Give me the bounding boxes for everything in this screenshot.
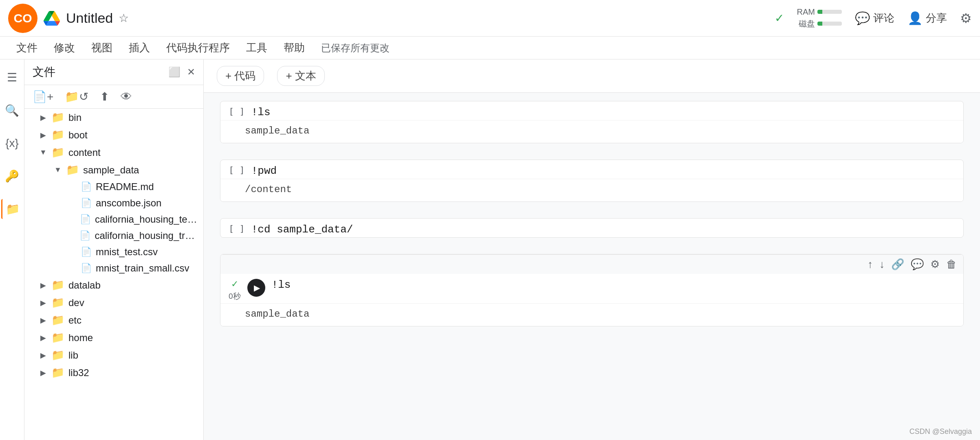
cell-4-link-icon[interactable]: 🔗 — [891, 258, 904, 271]
cell-3-code[interactable]: !cd sample_data/ — [251, 223, 353, 236]
search-icon[interactable]: 🔍 — [2, 101, 22, 120]
tree-item-readme[interactable]: 📄 README.md — [24, 179, 203, 195]
tree-arrow-boot: ▶ — [39, 131, 47, 140]
variable-icon[interactable]: {x} — [2, 134, 22, 153]
file-ca-test-icon: 📄 — [80, 214, 91, 225]
menu-item-file[interactable]: 文件 — [10, 38, 44, 57]
tree-item-mnist-train[interactable]: 📄 mnist_train_small.csv — [24, 260, 203, 276]
tree-item-etc[interactable]: ▶ 📁 etc — [24, 311, 203, 329]
menu-bar: 文件 修改 视图 插入 代码执行程序 工具 帮助 已保存所有更改 — [0, 37, 980, 59]
upload-file-icon[interactable]: 📄+ — [33, 90, 53, 103]
star-icon[interactable]: ☆ — [119, 11, 129, 25]
sidebar-header: 文件 ⬜ ✕ — [24, 59, 203, 85]
ram-bar-fill — [817, 10, 822, 14]
cell-4-down-icon[interactable]: ↓ — [879, 258, 885, 271]
doc-title[interactable]: Untitled — [66, 10, 113, 26]
cell-1-output: sample_data — [220, 120, 963, 143]
cell-2-code[interactable]: !pwd — [251, 165, 277, 177]
cell-1-code[interactable]: !ls — [251, 106, 271, 118]
add-code-label: + 代码 — [225, 69, 255, 83]
cell-4-delete-icon[interactable]: 🗑 — [946, 258, 957, 271]
tree-item-content[interactable]: ▼ 📁 content — [24, 144, 203, 161]
comment-button[interactable]: 💬 评论 — [855, 11, 894, 25]
settings-icon[interactable]: ⚙ — [960, 11, 972, 26]
footer: CSDN @Selvaggia — [910, 427, 972, 436]
tree-item-dev[interactable]: ▶ 📁 dev — [24, 294, 203, 311]
tree-item-home[interactable]: ▶ 📁 home — [24, 329, 203, 346]
tree-label-mnist-train: mnist_train_small.csv — [96, 263, 189, 274]
disk-row: 磁盘 — [799, 18, 842, 29]
cell-4-output: sample_data — [220, 303, 963, 326]
cell-4-settings-icon[interactable]: ⚙ — [930, 258, 940, 271]
file-mnist-train-icon: 📄 — [81, 263, 92, 274]
tree-item-bin[interactable]: ▶ 📁 bin — [24, 109, 203, 126]
cell-4-actions: ↑ ↓ 🔗 💬 ⚙ 🗑 — [220, 254, 963, 274]
folder-content-icon: 📁 — [51, 146, 64, 159]
tree-item-boot[interactable]: ▶ 📁 boot — [24, 126, 203, 144]
notebook-toolbar: + 代码 + 文本 — [204, 59, 980, 93]
tree-label-lib32: lib32 — [68, 367, 89, 379]
cell-4-comment-icon[interactable]: 💬 — [911, 258, 924, 271]
add-code-button[interactable]: + 代码 — [217, 66, 264, 86]
folder-boot-icon: 📁 — [51, 129, 64, 141]
sidebar: 文件 ⬜ ✕ 📄+ 📁↺ ⬆ 👁 ▶ 📁 bin ▶ 📁 — [24, 59, 204, 440]
tree-item-mnist-test[interactable]: 📄 mnist_test.csv — [24, 244, 203, 260]
menu-item-insert[interactable]: 插入 — [122, 38, 156, 57]
menu-item-help[interactable]: 帮助 — [277, 38, 311, 57]
folder-sample-data-icon: 📁 — [66, 164, 79, 176]
cell-2-output: /content — [220, 179, 963, 201]
main-layout: ☰ 🔍 {x} 🔑 📁 文件 ⬜ ✕ 📄+ 📁↺ ⬆ 👁 ▶ 📁 — [0, 59, 980, 440]
menu-item-runtime[interactable]: 代码执行程序 — [160, 38, 236, 57]
tree-item-ca-test[interactable]: 📄 california_housing_test.c... — [24, 211, 203, 228]
tree-arrow-etc: ▶ — [39, 316, 47, 325]
maximize-icon[interactable]: ⬜ — [168, 66, 181, 78]
cell-4: ↑ ↓ 🔗 💬 ⚙ 🗑 ✓ 0秒 ▶ !ls sample_data — [220, 254, 964, 326]
logo-area: CO Untitled ☆ — [8, 4, 129, 33]
folder-home-icon: 📁 — [51, 331, 64, 344]
menu-item-view[interactable]: 视图 — [85, 38, 119, 57]
tree-item-sample-data[interactable]: ▼ 📁 sample_data — [24, 161, 203, 179]
tree-label-boot: boot — [68, 129, 88, 141]
tree-item-anscombe[interactable]: 📄 anscombe.json — [24, 195, 203, 211]
connected-checkmark: ✓ — [775, 11, 784, 25]
tree-item-datalab[interactable]: ▶ 📁 datalab — [24, 276, 203, 294]
file-tree: ▶ 📁 bin ▶ 📁 boot ▼ 📁 content ▼ 📁 sample_… — [24, 109, 203, 440]
add-text-button[interactable]: + 文本 — [277, 66, 324, 86]
upload-icon[interactable]: ⬆ — [100, 90, 109, 103]
menu-item-tools[interactable]: 工具 — [240, 38, 274, 57]
drive-icon — [43, 11, 60, 26]
cell-4-up-icon[interactable]: ↑ — [868, 258, 873, 271]
share-button[interactable]: 👤 分享 — [907, 11, 947, 25]
tree-label-sample-data: sample_data — [83, 164, 139, 176]
ram-disk-indicator: ✓ — [775, 11, 784, 25]
menu-toggle-icon[interactable]: ☰ — [4, 68, 20, 88]
cell-2-input-row: [ ] !pwd — [220, 160, 963, 179]
cell-4-checkmark: ✓ — [231, 279, 238, 289]
add-text-label: + 文本 — [286, 69, 316, 83]
hide-icon[interactable]: 👁 — [121, 90, 132, 103]
cell-2-bracket: [ ] — [229, 165, 245, 175]
person-icon: 👤 — [907, 11, 923, 25]
file-ca-train-icon: 📄 — [79, 230, 90, 241]
close-icon[interactable]: ✕ — [187, 66, 195, 78]
ram-label: RAM — [797, 7, 815, 17]
folder-etc-icon: 📁 — [51, 314, 64, 326]
disk-bar-fill — [817, 22, 822, 26]
tree-arrow-dev: ▶ — [39, 298, 47, 307]
folder-icon[interactable]: 📁 — [1, 199, 23, 219]
key-icon[interactable]: 🔑 — [2, 166, 22, 186]
tree-arrow-bin: ▶ — [39, 113, 47, 122]
tree-item-lib[interactable]: ▶ 📁 lib — [24, 346, 203, 364]
comment-label: 评论 — [873, 11, 894, 25]
file-anscombe-icon: 📄 — [81, 198, 92, 208]
folder-datalab-icon: 📁 — [51, 279, 64, 291]
new-folder-icon[interactable]: 📁↺ — [65, 90, 88, 103]
tree-arrow-content: ▼ — [39, 148, 47, 157]
top-bar: CO Untitled ☆ ✓ RAM 磁盘 💬 — [0, 0, 980, 37]
cell-4-code[interactable]: !ls — [272, 279, 291, 291]
menu-item-edit[interactable]: 修改 — [47, 38, 81, 57]
ram-row: RAM — [797, 7, 842, 17]
cell-4-run-button[interactable]: ▶ — [247, 279, 265, 297]
tree-item-ca-train[interactable]: 📄 california_housing_train.c... — [24, 228, 203, 244]
tree-item-lib32[interactable]: ▶ 📁 lib32 — [24, 364, 203, 381]
